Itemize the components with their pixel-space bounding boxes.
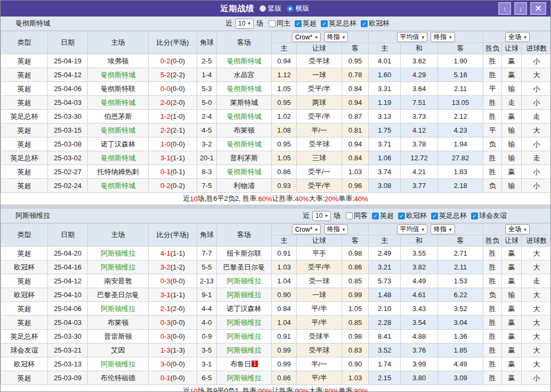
away-team[interactable]: 莱斯特城	[217, 96, 272, 110]
away-team[interactable]: 布鲁日1	[217, 357, 272, 371]
away-team[interactable]: 阿斯顿维拉	[217, 288, 272, 302]
away-team[interactable]: 水晶宫	[217, 68, 272, 82]
dropdown-终指[interactable]: 终指▾	[324, 32, 349, 42]
col-header-away: 客场	[217, 31, 272, 54]
away-team[interactable]: 阿斯顿维拉	[217, 330, 272, 344]
odds-away: 0.90	[342, 357, 369, 371]
home-team[interactable]: 巴黎圣日尔曼	[88, 288, 149, 302]
away-team[interactable]: 曼彻斯特城	[217, 165, 272, 179]
checkbox-checked-欧冠杯[interactable]: ✓	[398, 213, 405, 219]
away-team[interactable]: 阿斯顿维拉	[217, 274, 272, 288]
odds-home: 1.04	[272, 316, 297, 330]
home-team[interactable]: 艾因	[88, 344, 149, 357]
checkbox-checked-英超[interactable]: ✓	[372, 213, 379, 219]
away-team[interactable]: 阿斯顿维拉	[217, 371, 272, 385]
dropdown-平均值[interactable]: 平均值▾	[397, 32, 428, 42]
home-team[interactable]: 伯恩茅斯	[88, 110, 149, 124]
corner-cell: 8-3	[197, 165, 217, 179]
avg-draw-odds: 7.51	[401, 96, 438, 110]
home-team[interactable]: 普雷斯顿	[88, 330, 149, 344]
away-team[interactable]: 曼彻斯特城	[217, 54, 272, 68]
score-cell: 0-3(0-0)	[149, 330, 197, 344]
away-team[interactable]: 曼彻斯特城	[217, 137, 272, 151]
goals-cell: 小	[522, 54, 551, 68]
odds-home: 0.95	[272, 137, 297, 151]
home-team[interactable]: 曼彻斯特城	[88, 96, 149, 110]
dropdown-全场[interactable]: 全场▾	[505, 32, 530, 42]
avg-home-odds: 1.06	[369, 151, 401, 165]
avg-away-odds: 1.90	[438, 54, 483, 68]
away-team[interactable]: 布莱顿	[217, 124, 272, 137]
home-team[interactable]: 曼彻斯特城	[88, 68, 149, 82]
home-team[interactable]: 布伦特福德	[88, 371, 149, 385]
handicap-result-cell: 赢	[502, 330, 522, 344]
dropdown-终指[interactable]: 终指▾	[431, 32, 455, 42]
away-team[interactable]: 诺丁汉森林	[217, 302, 272, 316]
away-team[interactable]: 曼彻斯特城	[217, 110, 272, 124]
chevron-down-icon: ▾	[248, 21, 250, 26]
summary-text: 单率:	[338, 386, 354, 392]
radio-vertical-icon[interactable]	[260, 5, 266, 12]
radio-vertical-layout[interactable]: 竖版	[260, 4, 282, 13]
goals-cell: 大	[522, 288, 551, 302]
odds-away: 0.87	[342, 110, 369, 124]
checkbox-checked-球会友谊[interactable]: ✓	[471, 213, 478, 219]
date-cell: 25-04-16	[48, 260, 88, 274]
away-team[interactable]: 巴黎圣日尔曼	[217, 260, 272, 274]
date-cell: 25-03-15	[48, 124, 88, 137]
home-team[interactable]: 南安普敦	[88, 274, 149, 288]
checkbox-unchecked-同主[interactable]	[269, 20, 276, 27]
move-up-button[interactable]: ↑	[498, 2, 511, 15]
dropdown-终指[interactable]: 终指▾	[324, 224, 349, 234]
dropdown-10[interactable]: 10▾	[312, 211, 331, 221]
date-cell: 25-03-13	[48, 357, 88, 371]
home-team[interactable]: 阿斯顿维拉	[88, 247, 149, 260]
home-team[interactable]: 阿斯顿维拉	[88, 260, 149, 274]
away-team[interactable]: 利物浦	[217, 179, 272, 193]
match-row: 英足总杯25-03-30伯恩茅斯1-2(1-0)2-4曼彻斯特城1.02受平/半…	[1, 110, 551, 124]
away-team[interactable]: 阿斯顿维拉	[217, 344, 272, 357]
checkbox-checked-欧冠杯[interactable]: ✓	[361, 20, 368, 27]
radio-horizontal-icon[interactable]	[287, 5, 294, 12]
home-team[interactable]: 托特纳姆热刺	[88, 165, 149, 179]
home-team[interactable]: 诺丁汉森林	[88, 137, 149, 151]
odds-away: 0.78	[342, 68, 369, 82]
subcol-odds-handicap: 让球	[297, 43, 342, 54]
avg-away-odds: 1.53	[438, 274, 483, 288]
dropdown-平均值[interactable]: 平均值▾	[397, 224, 428, 234]
home-team[interactable]: 曼彻斯特城	[88, 179, 149, 193]
home-team[interactable]: 曼彻斯特城	[88, 151, 149, 165]
corner-cell: 2-4	[197, 110, 217, 124]
home-team[interactable]: 阿斯顿维拉	[88, 357, 149, 371]
team-name: 曼彻斯特城	[1, 19, 96, 28]
checkbox-label: 英超	[380, 211, 394, 220]
away-team[interactable]: 普利茅斯	[217, 151, 272, 165]
home-team[interactable]: 埃弗顿	[88, 54, 149, 68]
home-team[interactable]: 布莱顿	[88, 316, 149, 330]
odds-home: 1.05	[272, 151, 297, 165]
away-team[interactable]: 阿斯顿维拉	[217, 316, 272, 330]
odds-away: 0.98	[342, 247, 369, 260]
dropdown-Crow*[interactable]: Crow*▾	[292, 224, 321, 234]
home-team[interactable]: 阿斯顿维拉	[88, 302, 149, 316]
match-row: 英超25-03-09布伦特福德0-1(0-0)6-5阿斯顿维拉0.86平/半1.…	[1, 371, 551, 385]
home-team[interactable]: 曼彻斯特联	[88, 82, 149, 96]
checkbox-checked-英足总杯[interactable]: ✓	[431, 213, 438, 219]
corner-cell: 6-5	[197, 371, 217, 385]
dropdown-Crow*[interactable]: Crow*▾	[292, 32, 321, 42]
away-team[interactable]: 纽卡斯尔联	[217, 247, 272, 260]
odds-source-selectors: Crow*▾终指▾	[272, 31, 369, 43]
goals-cell: 大	[522, 260, 551, 274]
away-team[interactable]: 曼彻斯特城	[217, 82, 272, 96]
checkbox-unchecked-同客[interactable]	[346, 213, 353, 219]
close-button[interactable]: ✕	[530, 2, 546, 15]
checkbox-checked-英超[interactable]: ✓	[295, 20, 302, 27]
avg-draw-odds: 3.76	[401, 344, 438, 357]
dropdown-终指[interactable]: 终指▾	[431, 224, 455, 234]
home-team[interactable]: 曼彻斯特城	[88, 124, 149, 137]
radio-horizontal-layout[interactable]: 横版	[287, 4, 310, 13]
dropdown-10[interactable]: 10▾	[235, 19, 254, 29]
dropdown-全场[interactable]: 全场▾	[505, 224, 530, 234]
move-down-button[interactable]: ↓	[514, 2, 527, 15]
checkbox-checked-英足总杯[interactable]: ✓	[321, 20, 328, 27]
